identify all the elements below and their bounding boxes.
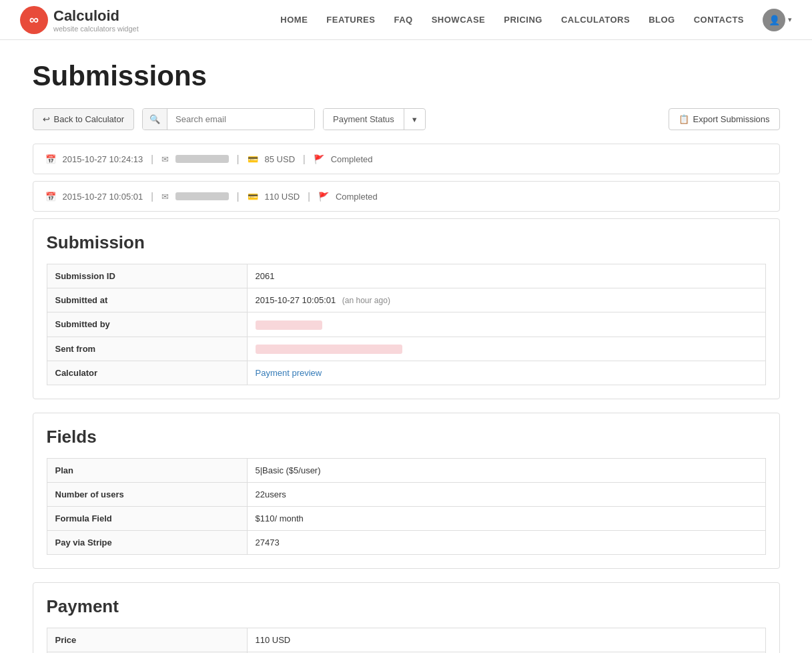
page-content: Submissions ↩ Back to Calculator 🔍 Payme… (6, 40, 807, 653)
export-icon: 📋 (679, 114, 689, 124)
sub-amount-2: 110 USD (265, 192, 300, 202)
nav-calculators[interactable]: CALCULATORS (561, 15, 630, 25)
field-value: $110/ month (247, 507, 765, 531)
table-row: Number of users 22users (47, 483, 765, 507)
nav-home[interactable]: HOME (280, 15, 308, 25)
field-label: Submitted by (47, 312, 247, 337)
toolbar: ↩ Back to Calculator 🔍 Payment Status ▼ … (33, 108, 780, 130)
submission-detail: Submission Submission ID 2061 Submitted … (33, 218, 780, 399)
brand-text: Calculoid website calculators widget (53, 7, 139, 33)
brand-name: Calculoid (53, 7, 139, 25)
submitted-by-redacted (256, 320, 322, 330)
field-value: 2061 (247, 264, 765, 288)
flag-icon-1: 🚩 (314, 154, 324, 164)
submission-table: Submission ID 2061 Submitted at 2015-10-… (47, 264, 766, 385)
field-label: Submission ID (47, 264, 247, 288)
sub-email-2 (175, 192, 229, 200)
field-value: 110 USD (247, 628, 765, 652)
export-submissions-button[interactable]: 📋 Export Submissions (669, 108, 780, 130)
email-icon-1: ✉ (161, 154, 169, 164)
search-wrap: 🔍 (142, 108, 315, 130)
nav-features[interactable]: FEATURES (326, 15, 375, 25)
table-row: Submitted by (47, 312, 765, 337)
table-row: Calculator Payment preview (47, 361, 765, 385)
calendar-icon-2: 📅 (45, 192, 56, 202)
sub-date-1: 2015-10-27 10:24:13 (63, 154, 143, 164)
submission-row-2[interactable]: 📅 2015-10-27 10:05:01 | ✉ | 💳 110 USD | … (33, 181, 780, 212)
table-row: Formula Field $110/ month (47, 507, 765, 531)
nav-pricing[interactable]: PRICING (504, 15, 542, 25)
table-row: Plan 5|Basic ($5/user) (47, 459, 765, 483)
back-button-label: Back to Calculator (54, 114, 125, 124)
fields-section-title: Fields (47, 427, 766, 447)
nav-showcase[interactable]: SHOWCASE (432, 15, 486, 25)
user-menu-arrow: ▾ (788, 15, 792, 24)
field-value (247, 312, 765, 337)
chevron-down-icon: ▼ (404, 110, 425, 129)
sent-from-redacted (256, 345, 402, 354)
payment-icon-2: 💳 (248, 192, 258, 202)
payment-icon-1: 💳 (248, 154, 258, 164)
nav-links: HOME FEATURES FAQ SHOWCASE PRICING CALCU… (280, 9, 792, 31)
user-menu[interactable]: 👤 ▾ (763, 9, 792, 31)
search-input[interactable] (167, 109, 314, 130)
field-value: 5|Basic ($5/user) (247, 459, 765, 483)
calculator-link[interactable]: Payment preview (256, 368, 322, 378)
sub-status-2: Completed (336, 192, 378, 202)
fields-table: Plan 5|Basic ($5/user) Number of users 2… (47, 458, 766, 555)
field-value: 27473 (247, 531, 765, 555)
nav-blog[interactable]: BLOG (649, 15, 675, 25)
payment-section: Payment Price 110 USD Status Completed P… (33, 582, 780, 653)
brand-tagline: website calculators widget (53, 25, 139, 33)
field-label: Plan (47, 459, 247, 483)
sub-status-1: Completed (331, 154, 373, 164)
submission-row[interactable]: 📅 2015-10-27 10:24:13 | ✉ | 💳 85 USD | 🚩… (33, 144, 780, 174)
back-to-calculator-button[interactable]: ↩ Back to Calculator (33, 108, 135, 130)
payment-section-title: Payment (47, 596, 766, 617)
sub-date-2: 2015-10-27 10:05:01 (63, 192, 143, 202)
nav-contacts[interactable]: CONTACTS (694, 15, 744, 25)
sub-amount-1: 85 USD (265, 154, 296, 164)
navbar: ∞ Calculoid website calculators widget H… (0, 0, 812, 40)
export-button-label: Export Submissions (693, 114, 770, 124)
brand: ∞ Calculoid website calculators widget (20, 6, 139, 34)
nav-faq[interactable]: FAQ (394, 15, 412, 25)
email-icon-2: ✉ (161, 192, 169, 202)
field-label: Formula Field (47, 507, 247, 531)
field-value: 22users (247, 483, 765, 507)
field-label: Price (47, 628, 247, 652)
search-icon-button[interactable]: 🔍 (143, 109, 167, 130)
payment-status-label: Payment Status (324, 109, 404, 130)
field-value: Payment preview (247, 361, 765, 385)
table-row: Submitted at 2015-10-27 10:05:01 (an hou… (47, 288, 765, 312)
table-row: Sent from (47, 337, 765, 361)
flag-icon-2: 🚩 (318, 192, 329, 202)
payment-table: Price 110 USD Status Completed Payment G… (47, 628, 766, 653)
table-row: Price 110 USD (47, 628, 765, 652)
calendar-icon: 📅 (45, 154, 56, 164)
field-value: 2015-10-27 10:05:01 (an hour ago) (247, 288, 765, 312)
payment-status-filter[interactable]: Payment Status ▼ (323, 108, 426, 130)
back-arrow-icon: ↩ (43, 114, 50, 124)
table-row: Pay via Stripe 27473 (47, 531, 765, 555)
field-label: Number of users (47, 483, 247, 507)
logo-icon: ∞ (20, 6, 48, 34)
field-label: Submitted at (47, 288, 247, 312)
field-label: Pay via Stripe (47, 531, 247, 555)
user-avatar: 👤 (763, 9, 785, 31)
table-row: Submission ID 2061 (47, 264, 765, 288)
sub-email-1 (175, 155, 229, 163)
field-value (247, 337, 765, 361)
submission-section-title: Submission (47, 232, 766, 253)
relative-time: (an hour ago) (342, 296, 390, 305)
field-label: Calculator (47, 361, 247, 385)
fields-section: Fields Plan 5|Basic ($5/user) Number of … (33, 413, 780, 569)
page-title: Submissions (33, 60, 780, 92)
field-label: Sent from (47, 337, 247, 361)
search-icon: 🔍 (149, 114, 160, 124)
